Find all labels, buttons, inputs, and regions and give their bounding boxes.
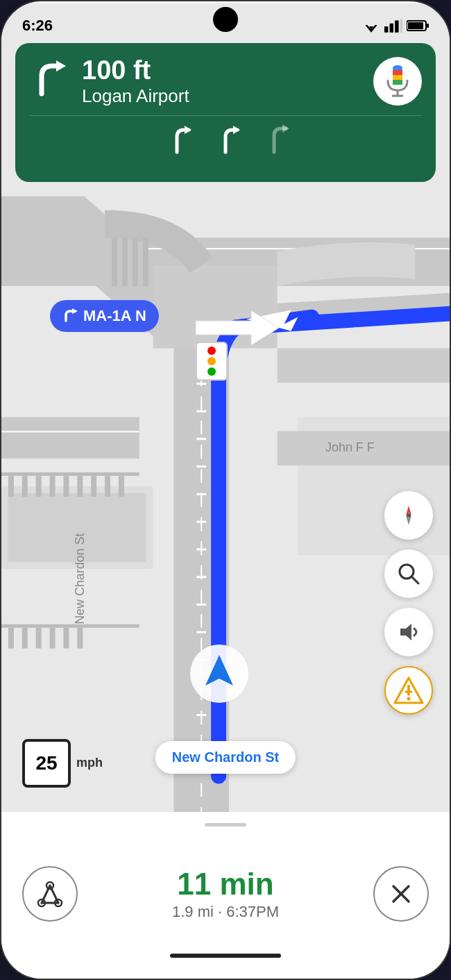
svg-rect-4 — [390, 24, 393, 33]
svg-rect-23 — [143, 238, 148, 286]
svg-point-82 — [407, 513, 411, 517]
svg-rect-40 — [50, 628, 56, 649]
svg-rect-21 — [122, 238, 128, 286]
nav-header: 100 ft Logan Airport — [15, 43, 436, 182]
svg-rect-71 — [393, 75, 402, 80]
nav-lanes — [29, 115, 422, 158]
status-time: 6:26 — [22, 17, 53, 35]
route-label-text: MA-1A N — [83, 307, 146, 325]
signal-icon — [384, 19, 402, 33]
nav-text: 100 ft Logan Airport — [82, 56, 189, 107]
svg-rect-35 — [119, 476, 124, 497]
camera-notch — [213, 7, 238, 32]
report-button[interactable] — [384, 666, 433, 715]
eta-distance: 1.9 mi — [172, 903, 214, 920]
svg-rect-22 — [133, 238, 138, 286]
svg-rect-8 — [408, 22, 423, 29]
home-indicator — [170, 954, 281, 958]
svg-rect-3 — [384, 26, 388, 33]
svg-marker-73 — [185, 126, 192, 134]
svg-rect-41 — [63, 628, 69, 649]
nav-destination: Logan Airport — [82, 85, 189, 107]
svg-rect-9 — [427, 24, 429, 28]
route-label: MA-1A N — [50, 300, 159, 332]
svg-rect-36 — [1, 624, 139, 628]
traffic-light-yellow — [207, 357, 216, 365]
svg-rect-39 — [36, 628, 42, 649]
svg-rect-26 — [1, 472, 139, 476]
svg-marker-74 — [233, 126, 240, 134]
lane-arrow-3 — [257, 123, 291, 158]
eta-details: 1.9 mi · 6:37PM — [78, 903, 373, 921]
svg-rect-72 — [393, 80, 402, 85]
svg-rect-33 — [91, 476, 96, 497]
status-icons — [362, 19, 429, 33]
svg-point-88 — [407, 697, 411, 701]
svg-rect-42 — [77, 628, 83, 649]
close-navigation-button[interactable] — [373, 866, 429, 922]
svg-rect-58 — [196, 714, 206, 716]
route-direction-arrow — [196, 310, 279, 348]
speed-limit-box: 25 — [22, 739, 71, 788]
svg-line-84 — [411, 576, 418, 583]
svg-rect-32 — [77, 476, 83, 497]
compass-button[interactable] — [384, 491, 433, 540]
battery-icon — [407, 19, 429, 33]
svg-text:New Chardon St: New Chardon St — [73, 533, 87, 624]
svg-rect-34 — [105, 476, 110, 497]
svg-rect-6 — [400, 19, 402, 33]
bottom-handle — [205, 823, 246, 827]
wifi-icon — [362, 19, 380, 33]
svg-rect-28 — [22, 476, 28, 497]
vehicle-position — [188, 642, 250, 708]
current-street-label: New Chardon St — [155, 741, 296, 774]
bottom-main: 11 min 1.9 mi · 6:37PM — [22, 840, 429, 947]
svg-rect-49 — [196, 465, 206, 467]
svg-rect-37 — [8, 628, 14, 649]
svg-rect-29 — [36, 476, 42, 497]
svg-rect-50 — [196, 493, 206, 495]
nav-main-row: 100 ft Logan Airport — [29, 56, 422, 107]
svg-rect-47 — [196, 410, 206, 413]
eta-time: 11 min — [78, 867, 373, 902]
eta-separator: · — [218, 903, 226, 920]
eta-area: 11 min 1.9 mi · 6:37PM — [78, 867, 373, 921]
search-button[interactable] — [384, 549, 433, 598]
svg-rect-55 — [196, 631, 206, 633]
svg-rect-69 — [393, 65, 402, 70]
svg-rect-44 — [278, 348, 450, 383]
svg-marker-76 — [72, 308, 78, 314]
svg-rect-18 — [1, 431, 139, 433]
svg-rect-27 — [8, 476, 14, 497]
voice-button[interactable] — [373, 57, 422, 106]
svg-marker-77 — [196, 310, 279, 345]
svg-marker-75 — [282, 124, 289, 133]
audio-button[interactable] — [384, 608, 433, 656]
svg-rect-48 — [196, 438, 206, 440]
routes-button[interactable] — [22, 866, 78, 922]
svg-rect-5 — [395, 20, 398, 32]
svg-rect-53 — [196, 576, 206, 578]
lane-arrow-1 — [160, 123, 194, 158]
eta-arrival: 6:37PM — [226, 903, 279, 920]
svg-text:John F F: John F F — [325, 440, 375, 454]
svg-rect-17 — [1, 417, 139, 459]
speed-unit: mph — [76, 756, 103, 771]
svg-rect-30 — [50, 476, 56, 497]
svg-rect-70 — [393, 70, 402, 75]
svg-rect-52 — [196, 548, 206, 550]
nav-direction-area: 100 ft Logan Airport — [29, 56, 373, 107]
svg-marker-65 — [56, 60, 66, 72]
traffic-light-green — [207, 367, 216, 376]
map-controls — [384, 491, 433, 715]
speed-limit: 25 mph — [22, 739, 103, 788]
svg-rect-54 — [196, 604, 206, 606]
phone-frame: 6:26 — [0, 0, 451, 980]
svg-marker-85 — [400, 624, 411, 640]
bottom-bar: 11 min 1.9 mi · 6:37PM — [1, 812, 450, 979]
svg-rect-20 — [112, 238, 117, 286]
svg-rect-46 — [196, 383, 206, 385]
nav-distance: 100 ft — [82, 56, 189, 85]
svg-rect-51 — [196, 521, 206, 523]
svg-rect-38 — [22, 628, 28, 649]
